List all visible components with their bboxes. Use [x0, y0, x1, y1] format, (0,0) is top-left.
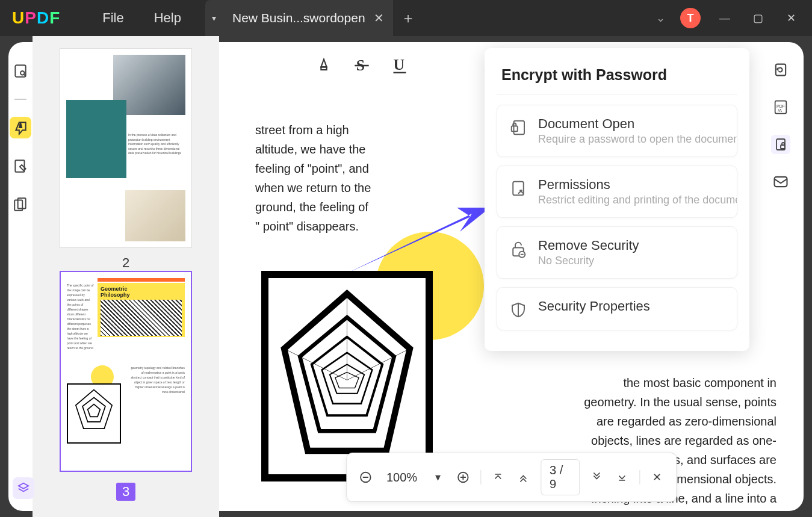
user-avatar[interactable]: T [680, 8, 701, 28]
tab-add-button[interactable]: ＋ [393, 0, 423, 36]
tab-dropdown[interactable]: ▾ [205, 0, 223, 36]
next-page-button[interactable] [589, 468, 605, 486]
main-menu: File Help [102, 10, 181, 26]
titlebar-right: ⌄ T — ▢ ✕ [656, 8, 812, 28]
svg-rect-15 [512, 126, 518, 132]
svg-text:U: U [394, 57, 405, 73]
content-area: In the process of data collection and pr… [0, 36, 812, 517]
page-number-input[interactable]: 3 / 9 [541, 459, 580, 495]
left-toolbar [8, 42, 33, 511]
pdfa-tool[interactable]: PDF/A [771, 98, 790, 117]
highlighter-icon[interactable] [315, 57, 332, 76]
tab-title: New Busin...swordopen [232, 11, 365, 25]
chevron-down-icon[interactable]: ⌄ [656, 11, 665, 25]
maximize-button[interactable]: ▢ [749, 11, 767, 25]
strikethrough-icon[interactable]: S [353, 57, 370, 76]
edit-tool[interactable] [10, 155, 31, 177]
annotation-arrow-icon [339, 205, 490, 277]
reader-tool[interactable] [10, 60, 31, 82]
zoom-level: 100% [383, 471, 421, 484]
menu-file[interactable]: File [102, 10, 123, 26]
encrypt-item-title: Permissions [538, 177, 737, 193]
encrypt-security-properties[interactable]: Security Properties [497, 287, 737, 330]
zoom-dropdown[interactable]: ▾ [430, 468, 446, 486]
lock-document-icon [509, 119, 527, 137]
page-controls: 100% ▾ 3 / 9 ✕ [346, 453, 677, 502]
rotate-tool[interactable] [771, 60, 790, 79]
encrypt-item-desc: Restrict editing and printing of the doc… [538, 194, 737, 206]
encrypt-remove-security[interactable]: Remove Security No Security [497, 226, 737, 279]
last-page-button[interactable] [614, 468, 630, 486]
underline-icon[interactable]: U [391, 57, 408, 76]
encrypt-item-desc: No Security [538, 255, 639, 267]
thumbnail-page-3[interactable]: Geometric Philosophy The specific point … [60, 271, 192, 472]
titlebar: UPDF File Help ▾ New Busin...swordopen ✕… [0, 0, 812, 36]
minimize-button[interactable]: — [716, 12, 734, 25]
protect-tool[interactable] [771, 135, 790, 154]
permissions-icon [509, 179, 527, 197]
encrypt-item-title: Document Open [538, 116, 737, 132]
zoom-out-button[interactable] [358, 468, 374, 486]
unlock-icon [509, 240, 527, 258]
encrypt-item-title: Security Properties [538, 299, 650, 314]
comment-tool[interactable] [10, 117, 31, 138]
encrypt-item-desc: Require a password to open the document [538, 133, 737, 146]
zoom-in-button[interactable] [455, 468, 471, 486]
close-controls-button[interactable]: ✕ [649, 468, 665, 486]
encrypt-permissions[interactable]: Permissions Restrict editing and printin… [497, 166, 737, 218]
tab-area: ▾ New Busin...swordopen ✕ ＋ [205, 0, 423, 36]
thumbnail-label-3: 3 [116, 483, 135, 501]
prev-page-button[interactable] [515, 468, 532, 486]
pages-tool[interactable] [10, 194, 31, 215]
app-logo: UPDF [12, 8, 60, 28]
encrypt-panel: Encrypt with Password Document Open Requ… [485, 48, 749, 351]
document-viewer[interactable]: S U street from a high altitude, we have… [219, 42, 804, 511]
encrypt-panel-title: Encrypt with Password [497, 66, 737, 84]
close-button[interactable]: ✕ [782, 11, 800, 25]
layers-button[interactable] [13, 477, 34, 499]
share-tool[interactable] [771, 172, 790, 191]
svg-rect-6 [321, 67, 326, 70]
menu-help[interactable]: Help [154, 10, 181, 26]
tab-close-icon[interactable]: ✕ [374, 11, 384, 25]
thumbnail-page-2[interactable]: In the process of data collection and pr… [60, 48, 192, 248]
svg-text:/A: /A [778, 108, 782, 113]
svg-text:PDF: PDF [776, 104, 785, 108]
svg-rect-26 [781, 145, 785, 149]
thumbnail-label-2: 2 [122, 255, 129, 270]
format-toolbar: S U [315, 57, 408, 76]
geometric-image [261, 271, 433, 481]
thumbnail-panel[interactable]: In the process of data collection and pr… [33, 36, 219, 517]
shield-icon [509, 301, 527, 319]
encrypt-item-title: Remove Security [538, 238, 639, 253]
first-page-button[interactable] [490, 468, 506, 486]
encrypt-document-open[interactable]: Document Open Require a password to open… [497, 105, 737, 157]
svg-rect-27 [775, 177, 787, 187]
document-tab[interactable]: New Busin...swordopen ✕ [223, 0, 393, 36]
right-toolbar: PDF/A [771, 60, 790, 191]
